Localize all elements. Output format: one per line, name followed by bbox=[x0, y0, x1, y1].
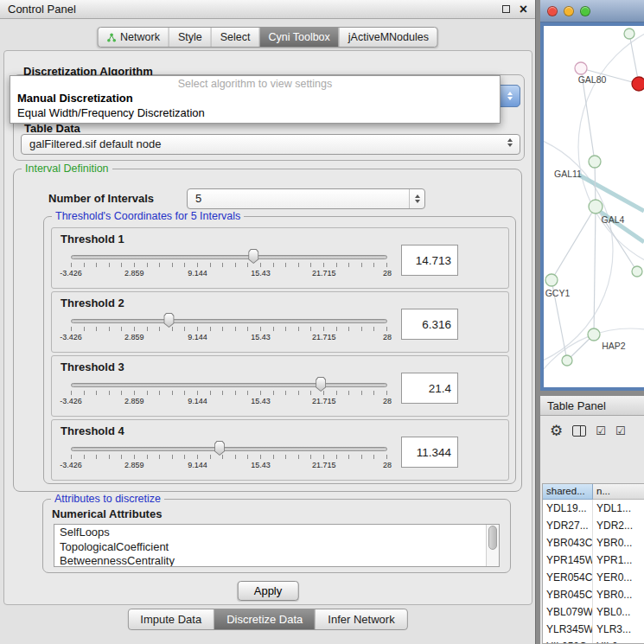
cell-name[interactable]: YDR2... bbox=[593, 517, 644, 534]
cell-name[interactable]: YER0... bbox=[593, 569, 644, 586]
edge-arc bbox=[544, 130, 613, 372]
cell-shared-name[interactable]: YDR27... bbox=[543, 517, 593, 534]
table-row[interactable]: YDL19...YDL1... bbox=[543, 500, 644, 517]
tick-label: -3.426 bbox=[60, 461, 82, 469]
network-edge-thick[interactable] bbox=[578, 175, 644, 211]
network-node[interactable] bbox=[624, 29, 634, 39]
network-window-titlebar bbox=[540, 0, 644, 22]
column-header-name[interactable]: n... bbox=[593, 484, 644, 500]
table-row[interactable]: YBL079WYBL0... bbox=[543, 603, 644, 621]
slider-thumb[interactable] bbox=[214, 441, 226, 456]
table-body: YDL19...YDL1...YDR27...YDR2...YBR043CYBR… bbox=[543, 500, 644, 644]
network-edge[interactable] bbox=[629, 34, 639, 84]
slider-track bbox=[71, 383, 387, 387]
attribute-item[interactable]: TopologicalCoefficient bbox=[54, 539, 499, 554]
cell-name[interactable]: YDL1... bbox=[593, 500, 644, 517]
tab-jactivemodules[interactable]: jActiveMNodules bbox=[340, 28, 437, 47]
tab-select[interactable]: Select bbox=[212, 28, 260, 47]
cell-shared-name[interactable]: YIL052C bbox=[543, 638, 593, 644]
table-row[interactable]: YDR27...YDR2... bbox=[543, 517, 644, 534]
popup-option-equal-width-frequency[interactable]: Equal Width/Frequency Discretization bbox=[10, 105, 500, 120]
node-label: GAL80 bbox=[578, 74, 607, 85]
cell-name[interactable]: YBL0... bbox=[593, 603, 644, 621]
tab-label: Infer Network bbox=[328, 613, 394, 626]
network-node[interactable] bbox=[562, 355, 572, 366]
attribute-item[interactable]: SelfLoops bbox=[54, 525, 499, 539]
slider-thumb[interactable] bbox=[163, 313, 175, 328]
attributes-list[interactable]: SelfLoopsTopologicalCoefficientBetweenne… bbox=[54, 524, 500, 567]
cell-shared-name[interactable]: YLR345W bbox=[543, 621, 593, 638]
gear-icon[interactable]: ⚙ bbox=[550, 424, 563, 438]
threshold-value-field[interactable]: 14.713 bbox=[401, 245, 458, 276]
minimize-button[interactable] bbox=[564, 6, 574, 16]
number-of-intervals-spinner[interactable]: 5 bbox=[187, 188, 425, 209]
network-node-gal80[interactable] bbox=[575, 62, 587, 74]
cell-shared-name[interactable]: YDL19... bbox=[543, 500, 593, 517]
checkbox-icon[interactable]: ☑ bbox=[596, 425, 606, 437]
network-edge[interactable] bbox=[552, 207, 596, 280]
cell-shared-name[interactable]: YBR043C bbox=[543, 534, 593, 552]
tick-label: 2.859 bbox=[124, 333, 144, 341]
close-button[interactable] bbox=[547, 6, 558, 16]
network-node-gcy1[interactable] bbox=[545, 274, 558, 286]
table-row[interactable]: YPR145WYPR1... bbox=[543, 552, 644, 569]
table-row[interactable]: YBR045CYBR0... bbox=[543, 586, 644, 603]
float-window-icon[interactable] bbox=[502, 5, 510, 13]
network-node[interactable] bbox=[632, 77, 644, 91]
columns-icon[interactable] bbox=[572, 425, 586, 437]
cell-shared-name[interactable]: YPR145W bbox=[543, 552, 593, 569]
slider-thumb[interactable] bbox=[247, 249, 259, 264]
column-header-shared-name[interactable]: shared... bbox=[543, 484, 593, 500]
tick-label: 21.715 bbox=[312, 461, 336, 469]
network-node[interactable] bbox=[632, 266, 642, 277]
tab-discretize-data[interactable]: Discretize Data bbox=[214, 609, 316, 629]
popup-option-manual-discretization[interactable]: Manual Discretization bbox=[10, 91, 500, 105]
cell-name[interactable]: YPR1... bbox=[593, 552, 644, 569]
threshold-slider[interactable]: -3.4262.8599.14415.4321.71528 bbox=[71, 377, 387, 411]
cell-shared-name[interactable]: YER054C bbox=[543, 569, 593, 586]
scrollbar-thumb[interactable] bbox=[488, 526, 497, 550]
table-row[interactable]: YER054CYER0... bbox=[543, 569, 644, 586]
cell-shared-name[interactable]: YBR045C bbox=[543, 586, 593, 603]
table-row[interactable]: YIL052CYIL0... bbox=[543, 638, 644, 644]
attribute-item[interactable]: BetweennessCentrality bbox=[54, 553, 499, 567]
threshold-box: Threshold 4-3.4262.8599.14415.4321.71528… bbox=[51, 419, 509, 481]
thresholds-group: Threshold's Coordinates for 5 Intervals … bbox=[43, 216, 516, 484]
tab-network[interactable]: Network bbox=[98, 28, 169, 47]
threshold-slider[interactable]: -3.4262.8599.14415.4321.71528 bbox=[71, 249, 387, 284]
zoom-button[interactable] bbox=[580, 6, 590, 16]
tab-style[interactable]: Style bbox=[169, 28, 212, 47]
threshold-slider[interactable]: -3.4262.8599.14415.4321.71528 bbox=[71, 441, 387, 475]
spinner-arrows-icon[interactable] bbox=[409, 189, 424, 208]
combo-stepper-icon[interactable] bbox=[500, 85, 520, 107]
checkbox-icon[interactable]: ☑ bbox=[615, 425, 626, 437]
table-row[interactable]: YBR043CYBR0... bbox=[543, 534, 644, 552]
threshold-value-field[interactable]: 21.4 bbox=[401, 373, 458, 404]
slider-thumb[interactable] bbox=[315, 377, 327, 392]
cell-name[interactable]: YLR3... bbox=[593, 621, 644, 638]
apply-button[interactable]: Apply bbox=[238, 581, 299, 601]
tab-impute-data[interactable]: Impute Data bbox=[128, 609, 214, 629]
table-row[interactable]: YLR345WYLR3... bbox=[543, 621, 644, 638]
tab-label: Discretize Data bbox=[226, 613, 303, 626]
threshold-slider[interactable]: -3.4262.8599.14415.4321.71528 bbox=[71, 313, 387, 348]
network-node-hap2[interactable] bbox=[588, 328, 600, 341]
cell-shared-name[interactable]: YBL079W bbox=[543, 603, 593, 621]
tab-infer-network[interactable]: Infer Network bbox=[316, 609, 406, 629]
threshold-value-field[interactable]: 6.316 bbox=[401, 309, 458, 340]
close-icon[interactable]: × bbox=[520, 5, 527, 14]
threshold-value-field[interactable]: 11.344 bbox=[401, 437, 458, 468]
network-node-gal11[interactable] bbox=[589, 156, 601, 168]
attributes-scrollbar[interactable] bbox=[486, 525, 499, 566]
network-node-gal4[interactable] bbox=[589, 200, 603, 214]
cell-name[interactable]: YIL0... bbox=[593, 638, 644, 644]
table-header-row: shared... n... bbox=[543, 484, 644, 500]
cell-name[interactable]: YBR0... bbox=[593, 534, 644, 552]
tab-label: Cyni Toolbox bbox=[268, 31, 329, 43]
cell-name[interactable]: YBR0... bbox=[593, 586, 644, 603]
tab-cyni-toolbox[interactable]: Cyni Toolbox bbox=[259, 28, 339, 47]
table-data-combobox[interactable]: galFiltered.sif default node bbox=[21, 134, 520, 155]
threshold-label: Threshold 1 bbox=[61, 233, 124, 245]
network-canvas[interactable]: GAL80GAL11GAL4GCY1HAP2 bbox=[544, 26, 644, 387]
tab-label: Network bbox=[120, 31, 160, 43]
